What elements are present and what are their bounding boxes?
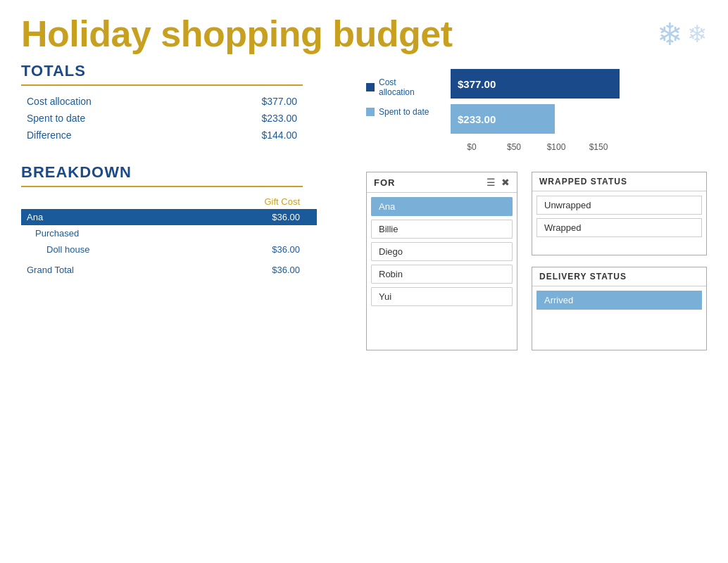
for-item-ana[interactable]: Ana bbox=[371, 197, 513, 216]
delivery-status-panel: DELIVERY STATUS Arrived bbox=[532, 267, 707, 350]
snowflake-icon-2: ❄ bbox=[687, 20, 707, 48]
cost-allocation-value: $377.00 bbox=[195, 93, 303, 110]
cost-allocation-label: Cost allocation bbox=[21, 93, 195, 110]
breakdown-section: BREAKDOWN Gift Cost Ana $36.00 Purchased bbox=[21, 163, 345, 278]
table-row: Difference $144.00 bbox=[21, 127, 303, 144]
grand-total-label: Grand Total bbox=[21, 258, 218, 278]
chart-legend: Costallocation Spent to date bbox=[366, 69, 444, 117]
right-column: Costallocation Spent to date $377.00 $23… bbox=[366, 62, 707, 350]
snowflake-icon-1: ❄ bbox=[657, 16, 683, 52]
dollhouse-value: $36.00 bbox=[218, 241, 317, 258]
bar-spent-label: $233.00 bbox=[458, 113, 496, 125]
wrapped-status-title: WRAPPED STATUS bbox=[532, 172, 706, 191]
page-title: Holiday shopping budget bbox=[21, 13, 657, 55]
totals-title: TOTALS bbox=[21, 62, 345, 80]
table-row: Spent to date $233.00 bbox=[21, 110, 303, 127]
grand-total-value: $36.00 bbox=[218, 258, 317, 278]
delivery-status-list: Arrived bbox=[532, 286, 706, 350]
page-header: Holiday shopping budget ❄ ❄ bbox=[0, 0, 728, 62]
wrapped-status-list: Unwrapped Wrapped bbox=[532, 191, 706, 255]
purchased-label: Purchased bbox=[21, 225, 218, 241]
legend-swatch-dark bbox=[366, 83, 375, 91]
list-icon[interactable]: ☰ bbox=[487, 177, 496, 188]
chart-bars-container: $377.00 $233.00 $0 $50 $100 $150 bbox=[451, 69, 707, 152]
chart-axis: $0 $50 $100 $150 bbox=[451, 139, 620, 152]
axis-50: $50 bbox=[493, 142, 535, 152]
for-panel: FOR ☰ ✖ Ana Billie Diego Robin Yui bbox=[366, 172, 517, 350]
legend-cost-allocation: Costallocation bbox=[366, 77, 444, 97]
bar-row-spent: $233.00 bbox=[451, 104, 707, 134]
ana-label: Ana bbox=[21, 209, 218, 225]
breakdown-table: Gift Cost Ana $36.00 Purchased Doll hous… bbox=[21, 194, 317, 278]
table-row-purchased: Purchased bbox=[21, 225, 317, 241]
wrapped-status-panel: WRAPPED STATUS Unwrapped Wrapped bbox=[532, 172, 707, 255]
axis-100: $100 bbox=[535, 142, 577, 152]
totals-section: TOTALS Cost allocation $377.00 Spent to … bbox=[21, 62, 345, 144]
delivery-status-title: DELIVERY STATUS bbox=[532, 267, 706, 286]
breakdown-title: BREAKDOWN bbox=[21, 163, 345, 182]
right-panels: WRAPPED STATUS Unwrapped Wrapped DELIVER… bbox=[532, 172, 707, 350]
main-content: TOTALS Cost allocation $377.00 Spent to … bbox=[0, 62, 728, 350]
left-column: TOTALS Cost allocation $377.00 Spent to … bbox=[21, 62, 345, 350]
ana-value: $36.00 bbox=[218, 209, 317, 225]
difference-value: $144.00 bbox=[195, 127, 303, 144]
table-row: Cost allocation $377.00 bbox=[21, 93, 303, 110]
legend-spent-to-date: Spent to date bbox=[366, 107, 444, 117]
legend-cost-label: Costallocation bbox=[379, 77, 415, 97]
bar-row-cost: $377.00 bbox=[451, 69, 707, 99]
for-panel-title: FOR bbox=[374, 177, 395, 188]
status-item-arrived[interactable]: Arrived bbox=[536, 291, 702, 310]
bar-cost-allocation: $377.00 bbox=[451, 69, 620, 99]
spent-to-date-value: $233.00 bbox=[195, 110, 303, 127]
dollhouse-label: Doll house bbox=[21, 241, 218, 258]
gift-cost-header: Gift Cost bbox=[218, 194, 317, 209]
breakdown-divider bbox=[21, 186, 303, 187]
for-item-robin[interactable]: Robin bbox=[371, 265, 513, 284]
purchased-value bbox=[218, 225, 317, 241]
axis-150: $150 bbox=[577, 142, 620, 152]
table-row-ana: Ana $36.00 bbox=[21, 209, 317, 225]
for-panel-controls: ☰ ✖ bbox=[487, 177, 510, 188]
for-item-billie[interactable]: Billie bbox=[371, 220, 513, 239]
status-item-wrapped[interactable]: Wrapped bbox=[536, 218, 702, 237]
bar-spent-to-date: $233.00 bbox=[451, 104, 555, 134]
for-item-diego[interactable]: Diego bbox=[371, 242, 513, 261]
status-item-unwrapped[interactable]: Unwrapped bbox=[536, 196, 702, 215]
difference-label: Difference bbox=[21, 127, 195, 144]
spent-to-date-label: Spent to date bbox=[21, 110, 195, 127]
for-panel-header: FOR ☰ ✖ bbox=[367, 172, 517, 193]
lower-section: FOR ☰ ✖ Ana Billie Diego Robin Yui bbox=[366, 172, 707, 350]
totals-divider bbox=[21, 84, 303, 86]
table-row-dollhouse: Doll house $36.00 bbox=[21, 241, 317, 258]
legend-swatch-light bbox=[366, 108, 375, 116]
for-item-yui[interactable]: Yui bbox=[371, 287, 513, 306]
snowflake-decoration: ❄ ❄ bbox=[657, 16, 707, 52]
for-list: Ana Billie Diego Robin Yui bbox=[367, 193, 517, 310]
clear-icon[interactable]: ✖ bbox=[501, 177, 510, 188]
totals-table: Cost allocation $377.00 Spent to date $2… bbox=[21, 93, 303, 144]
table-row-grand-total: Grand Total $36.00 bbox=[21, 258, 317, 278]
axis-0: $0 bbox=[451, 142, 493, 152]
chart-area: Costallocation Spent to date $377.00 $23… bbox=[366, 69, 707, 152]
bar-cost-label: $377.00 bbox=[458, 78, 496, 90]
legend-spent-label: Spent to date bbox=[379, 107, 429, 117]
